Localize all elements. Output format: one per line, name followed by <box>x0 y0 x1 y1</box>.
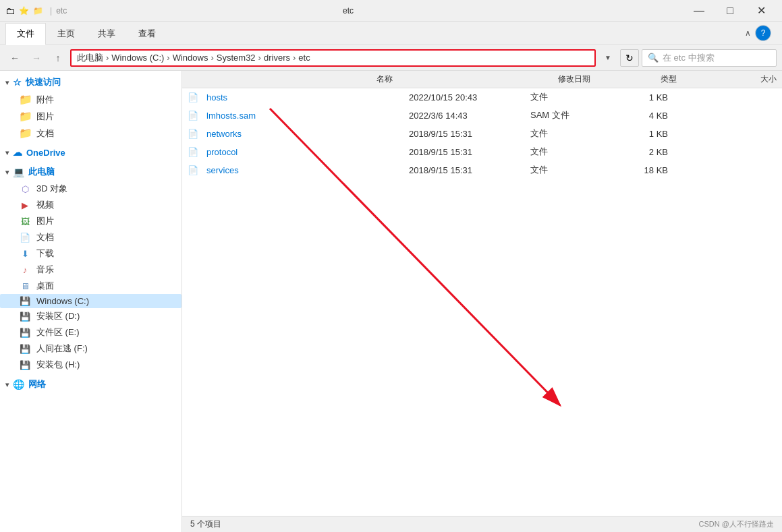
title-bar: 🗀 ⭐ 📁 | etc etc — □ ✕ <box>0 0 782 22</box>
video-icon: ▶ <box>19 200 31 210</box>
sidebar-item-drive-e[interactable]: 💾 文件区 (E:) <box>0 324 181 341</box>
ribbon-tabs: 文件 主页 共享 查看 ∧ ? <box>0 22 782 45</box>
sidebar-item-desktop[interactable]: 🖥 桌面 <box>0 278 181 294</box>
sidebar-section-label: 此电脑 <box>28 166 55 178</box>
search-placeholder: 在 etc 中搜索 <box>663 52 715 64</box>
file-type: SAM 文件 <box>530 109 611 121</box>
file-type: 文件 <box>530 127 611 140</box>
computer-icon: 💻 <box>13 167 24 177</box>
sidebar-item-drive-h[interactable]: 💾 安装包 (H:) <box>0 357 181 373</box>
file-icon: 📄 <box>188 165 201 175</box>
file-size: 2 KB <box>611 147 679 157</box>
col-header-size[interactable]: 大小 <box>724 73 782 85</box>
sidebar-item-label: 文件区 (E:) <box>36 326 80 338</box>
sidebar-section-label: 快速访问 <box>26 76 61 88</box>
chevron-icon: ▾ <box>5 381 9 388</box>
sidebar-item-doc[interactable]: 📄 文档 <box>0 229 181 245</box>
main-area: ▾ ☆ 快速访问 📁 附件 📁 图片 📁 文档 ▾ ☁ OneDrive ▾ 💻… <box>0 71 782 532</box>
drive-icon: 💾 <box>19 328 31 338</box>
sidebar-section-onedrive[interactable]: ▾ ☁ OneDrive <box>0 144 181 160</box>
file-item-hosts[interactable]: 📄 hosts 2022/10/15 20:43 文件 1 KB <box>182 88 782 107</box>
breadcrumb-item: 此电脑 <box>77 52 103 64</box>
sidebar-item-label: 图片 <box>36 215 54 227</box>
sidebar-item-label: 3D 对象 <box>36 183 67 195</box>
folder-icon: 📁 <box>19 110 31 123</box>
sidebar: ▾ ☆ 快速访问 📁 附件 📁 图片 📁 文档 ▾ ☁ OneDrive ▾ 💻… <box>0 71 182 532</box>
sidebar-section-quick-access[interactable]: ▾ ☆ 快速访问 <box>0 73 181 91</box>
doc-icon: 📄 <box>19 233 31 243</box>
sidebar-item-3d[interactable]: ⬡ 3D 对象 <box>0 181 181 197</box>
file-size: 4 KB <box>611 111 679 121</box>
file-name: lmhosts.sam <box>206 111 409 121</box>
col-header-type[interactable]: 类型 <box>655 73 724 85</box>
file-icon: 📄 <box>188 147 201 157</box>
sidebar-item-picture[interactable]: 🖼 图片 <box>0 213 181 229</box>
up-button[interactable]: ↑ <box>49 49 67 67</box>
sidebar-item-图片-quick[interactable]: 📁 图片 <box>0 108 181 125</box>
status-bar: 5 个项目 CSDN @人不行怪路走 <box>182 516 782 532</box>
chevron-icon: ▾ <box>5 149 9 156</box>
file-item-lmhosts[interactable]: 📄 lmhosts.sam 2022/3/6 14:43 SAM 文件 4 KB <box>182 107 782 125</box>
file-type: 文件 <box>530 164 611 176</box>
sidebar-section-network[interactable]: ▾ 🌐 网络 <box>0 376 181 393</box>
file-item-protocol[interactable]: 📄 protocol 2018/9/15 15:31 文件 2 KB <box>182 143 782 161</box>
maximize-button[interactable]: □ <box>715 0 746 22</box>
sidebar-item-label: Windows (C:) <box>36 296 89 306</box>
address-box[interactable]: 此电脑 › Windows (C:) › Windows › System32 … <box>70 49 596 67</box>
file-size: 1 KB <box>611 92 679 102</box>
sidebar-section-thispc[interactable]: ▾ 💻 此电脑 <box>0 163 181 181</box>
tab-file[interactable]: 文件 <box>5 23 46 45</box>
file-type: 文件 <box>530 91 611 103</box>
back-button[interactable]: ← <box>5 49 24 67</box>
sidebar-section-label: OneDrive <box>26 148 65 158</box>
ribbon: 文件 主页 共享 查看 ∧ ? <box>0 22 782 45</box>
file-date: 2018/9/15 15:31 <box>409 165 530 175</box>
tab-home[interactable]: 主页 <box>46 23 86 45</box>
chevron-icon: ▾ <box>5 79 9 86</box>
tab-view[interactable]: 查看 <box>127 23 167 45</box>
sidebar-item-label: 附件 <box>36 94 54 106</box>
content-wrapper: 名称 修改日期 类型 大小 📄 hosts 2022/10/15 20:43 文… <box>182 71 782 532</box>
cloud-icon: ☁ <box>13 147 22 158</box>
refresh-button[interactable]: ↻ <box>620 49 639 67</box>
search-box[interactable]: 🔍 在 etc 中搜索 <box>642 49 777 67</box>
title-text: etc <box>13 6 683 16</box>
sidebar-item-附件[interactable]: 📁 附件 <box>0 91 181 108</box>
file-name: protocol <box>206 147 409 157</box>
address-dropdown-button[interactable]: ▼ <box>598 49 617 67</box>
drive-icon: 💾 <box>19 296 31 306</box>
sidebar-item-download[interactable]: ⬇ 下载 <box>0 245 181 262</box>
breadcrumb-item: Windows (C:) <box>111 53 164 63</box>
sidebar-item-drive-f[interactable]: 💾 人间在逃 (F:) <box>0 341 181 357</box>
forward-button[interactable]: → <box>27 49 46 67</box>
sidebar-item-label: 音乐 <box>36 264 54 276</box>
file-item-services[interactable]: 📄 services 2018/9/15 15:31 文件 18 KB <box>182 161 782 179</box>
file-date: 2018/9/15 15:31 <box>409 129 530 139</box>
folder-icon: 📁 <box>19 127 31 140</box>
chevron-icon: ▾ <box>5 169 9 176</box>
desktop-icon: 🖥 <box>19 281 31 291</box>
help-button[interactable]: ? <box>755 25 771 41</box>
sidebar-item-文档-quick[interactable]: 📁 文档 <box>0 125 181 142</box>
watermark: CSDN @人不行怪路走 <box>699 519 774 529</box>
file-date: 2022/3/6 14:43 <box>409 111 530 121</box>
sidebar-item-label: 桌面 <box>36 280 54 292</box>
item-count: 5 个项目 <box>190 519 221 530</box>
sidebar-item-video[interactable]: ▶ 视频 <box>0 197 181 213</box>
sidebar-item-label: 下载 <box>36 247 54 260</box>
close-button[interactable]: ✕ <box>746 0 777 22</box>
folder-icon: 📁 <box>19 93 31 106</box>
search-icon: 🔍 <box>648 53 659 63</box>
col-header-name[interactable]: 名称 <box>371 73 553 85</box>
tab-share[interactable]: 共享 <box>86 23 127 45</box>
sidebar-item-drive-d[interactable]: 💾 安装区 (D:) <box>0 308 181 324</box>
sidebar-item-windows-c[interactable]: 💾 Windows (C:) <box>0 294 181 308</box>
file-name: networks <box>206 129 409 139</box>
col-header-date[interactable]: 修改日期 <box>553 73 655 85</box>
minimize-button[interactable]: — <box>683 0 715 22</box>
sidebar-item-music[interactable]: ♪ 音乐 <box>0 262 181 278</box>
file-item-networks[interactable]: 📄 networks 2018/9/15 15:31 文件 1 KB <box>182 125 782 143</box>
breadcrumb-item: etc <box>298 53 310 63</box>
sidebar-item-label: 安装包 (H:) <box>36 359 80 371</box>
file-date: 2018/9/15 15:31 <box>409 147 530 157</box>
